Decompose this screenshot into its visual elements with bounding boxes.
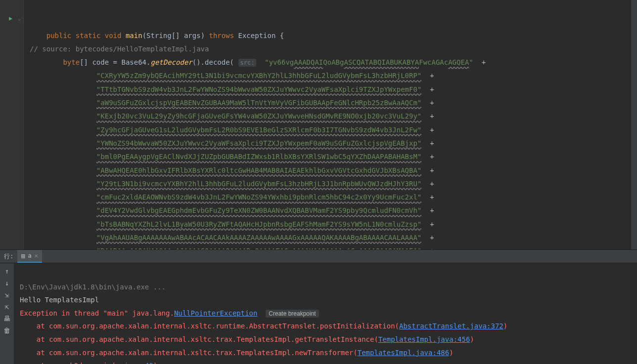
fold-icon[interactable]: ⌄ [18, 16, 21, 21]
editor-scrollbar[interactable] [631, 0, 637, 249]
console-stdout: Hello TemplatesImpl [20, 296, 99, 304]
close-icon[interactable]: × [35, 252, 38, 259]
stack-link[interactable]: a.java:40 [116, 362, 153, 364]
source-comment: // source: bytecodes/HelloTemplateImpl.j… [30, 45, 209, 53]
param-hint: src: [238, 59, 257, 67]
panel-title: 行: [0, 252, 17, 261]
scroll-down-icon[interactable]: ↓ [5, 279, 9, 287]
stack-frame: at com.sun.org.apache.xalan.internal.xsl… [20, 335, 474, 343]
exception-link[interactable]: NullPointerException [174, 309, 258, 317]
create-breakpoint-button[interactable]: Create breakpoint [266, 310, 318, 318]
print-icon[interactable]: 🖶 [3, 315, 10, 323]
console-toolbar: ↑ ↓ ⇲ ⇱ 🖶 🗑 [0, 263, 14, 364]
code-area[interactable]: public static void main(String[] args) t… [24, 0, 637, 249]
str-line: "ABwAHQEAE0hlbGxvIFRlbXBsYXRlc0ltcGwHAB4… [30, 166, 434, 174]
run-panel-header: 行: ▤ a × [0, 249, 637, 263]
run-tab[interactable]: ▤ a × [17, 250, 42, 263]
tab-label: a [28, 252, 31, 259]
str-line: "bTsBABNqYXZhL2lvL1ByaW50U3RyZWFtAQAHcHJ… [30, 220, 434, 228]
stack-link[interactable]: AbstractTranslet.java:372 [399, 322, 503, 330]
stack-frame: at com.sun.org.apache.xalan.internal.xsl… [20, 349, 454, 357]
str-line: "CXRyYW5zZm9ybQEAcihMY29tL3N1bi9vcmcvYXB… [30, 72, 434, 80]
str-line: "Zy9hcGFjaGUveG1sL2ludGVybmFsL2R0bS9EVE1… [30, 126, 434, 134]
console-panel: ↑ ↓ ⇲ ⇱ 🖶 🗑 D:\Env\Java\jdk1.8\bin\java.… [0, 263, 637, 364]
stack-frame: at org.gk0d.a.main(a.java:40) [20, 362, 157, 364]
exception-line: Exception in thread "main" java.lang.Nul… [20, 309, 319, 317]
stack-frame: at com.sun.org.apache.xalan.internal.xsl… [20, 322, 507, 330]
str-line: "Y29tL3N1bi9vcmcvYXBhY2hlL3hhbGFuL2ludGV… [30, 180, 434, 188]
str-line: "BAABAAwAAQAHAA0AAgAJAAAAGQAAAAQAAAABsQA… [30, 247, 434, 249]
str-line: "VgAhAAUABgAAAAAAAwABAAcACAACAAkAAAAZAAA… [30, 234, 434, 242]
console-cmd: D:\Env\Java\jdk1.8\bin\java.exe ... [20, 283, 166, 291]
str-line: "cmFuc2xldAEAOWNvbS9zdW4vb3JnL2FwYWNoZS9… [30, 193, 434, 201]
stack-link[interactable]: TemplatesImpl.java:456 [378, 335, 470, 343]
editor-pane: ▶ ⌄ public static void main(String[] arg… [0, 0, 637, 249]
run-gutter-icon[interactable]: ▶ [9, 15, 12, 22]
str-line: "KExjb20vc3VuL29yZy9hcGFjaGUveGFsYW4vaW5… [30, 112, 434, 120]
tab-icon: ▤ [21, 252, 25, 259]
scroll-to-end-icon[interactable]: ⇱ [5, 303, 9, 311]
soft-wrap-icon[interactable]: ⇲ [5, 291, 9, 299]
clear-icon[interactable]: 🗑 [3, 326, 10, 334]
str-line: "YWNoZS94bWwvaW50ZXJuYWwvc2VyaWFsaXplci9… [30, 139, 434, 147]
scroll-up-icon[interactable]: ↑ [5, 267, 9, 275]
str-line: "aW9uSGFuZGxlcjspVgEABENvZGUBAA9MaW5lTnV… [30, 99, 434, 107]
console-output[interactable]: D:\Env\Java\jdk1.8\bin\java.exe ... Hell… [14, 263, 637, 364]
method-signature: public static void main(String[] args) t… [30, 32, 284, 40]
str-line: "bml0PgEAAygpVgEAClNvdXJjZUZpbGUBABdIZWx… [30, 153, 434, 161]
str-line: "TTtbTGNvbS9zdW4vb3JnL2FwYWNoZS94bWwvaW5… [30, 85, 434, 93]
str-line: "dEV4Y2VwdGlvbgEAEGphdmEvbGFuZy9TeXN0ZW0… [30, 206, 434, 214]
editor-gutter: ▶ ⌄ [0, 0, 24, 249]
stack-link[interactable]: TemplatesImpl.java:486 [358, 349, 449, 357]
code-decl-line: byte[] code = Base64.getDecoder().decode… [30, 58, 486, 66]
blank-line [30, 18, 34, 26]
